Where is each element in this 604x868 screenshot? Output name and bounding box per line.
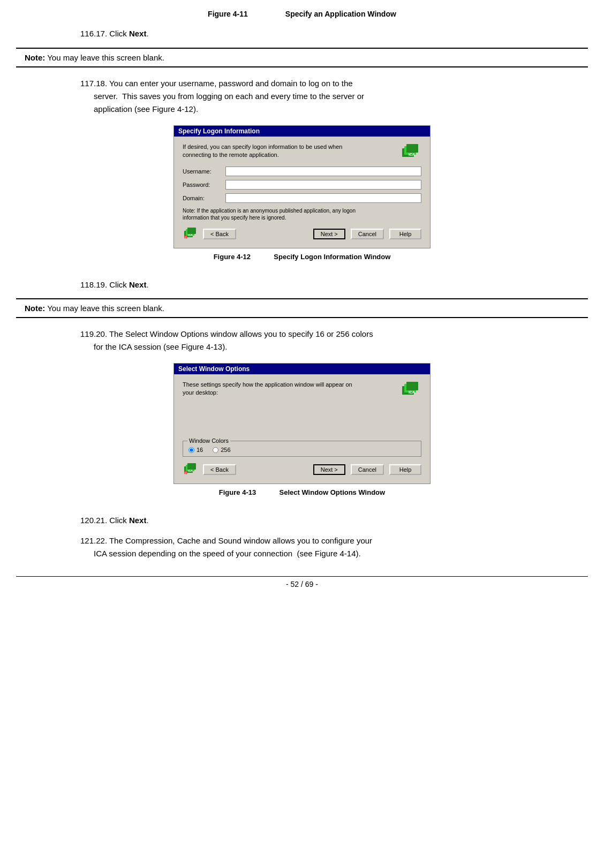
figure-413-caption: Figure 4-13 Select Window Options Window bbox=[219, 488, 385, 496]
group-box-title: Window Colors bbox=[187, 437, 230, 444]
window-colors-group: Window Colors 16 256 bbox=[183, 441, 421, 457]
figure-411-title: Specify an Application Window bbox=[285, 10, 396, 18]
step-117: 117.18. You can enter your username, pas… bbox=[80, 77, 588, 116]
svg-text:ICA: ICA bbox=[409, 153, 415, 156]
password-input[interactable] bbox=[225, 180, 421, 190]
help-button-select[interactable]: Help bbox=[389, 464, 421, 475]
password-label: Password: bbox=[183, 182, 225, 188]
select-window-titlebar: Select Window Options bbox=[174, 364, 430, 374]
radio-16[interactable] bbox=[188, 447, 194, 453]
username-label: Username: bbox=[183, 168, 225, 175]
radio-16-label: 16 bbox=[197, 447, 203, 453]
domain-input[interactable] bbox=[225, 193, 421, 203]
domain-row: Domain: bbox=[183, 193, 421, 203]
radio-256-label: 256 bbox=[221, 447, 230, 453]
back-button-select[interactable]: < Back bbox=[203, 464, 236, 475]
svg-text:ICA: ICA bbox=[409, 390, 415, 394]
step-116: 116.17. Click Next. bbox=[80, 28, 588, 40]
step-120: 120.21. Click Next. bbox=[80, 515, 588, 527]
ica-icon-bottom-2: ICA + bbox=[183, 462, 200, 477]
step-119: 119.20. The Select Window Options window… bbox=[80, 328, 588, 353]
help-button-logon[interactable]: Help bbox=[389, 229, 421, 239]
radio-256[interactable] bbox=[213, 447, 218, 453]
note-box-1: Note: You may leave this screen blank. bbox=[16, 48, 588, 67]
next-button-logon[interactable]: Next > bbox=[313, 229, 345, 239]
step-121: 121.22. The Compression, Cache and Sound… bbox=[80, 534, 588, 560]
logon-window-titlebar: Specify Logon Information bbox=[174, 126, 430, 137]
logon-window-wrapper: Specify Logon Information If desired, yo… bbox=[16, 125, 588, 269]
username-row: Username: bbox=[183, 167, 421, 176]
ica-icon-top-2: ICA bbox=[400, 381, 421, 400]
radio-16-item: 16 bbox=[188, 447, 203, 453]
step-118: 118.19. Click Next. bbox=[80, 279, 588, 291]
radio-256-item: 256 bbox=[213, 447, 230, 453]
select-window-body: These settings specify how the applicati… bbox=[174, 374, 430, 484]
back-button-logon[interactable]: < Back bbox=[203, 229, 236, 239]
select-window-screenshot: Select Window Options These settings spe… bbox=[173, 363, 431, 484]
select-window-description: These settings specify how the applicati… bbox=[183, 381, 352, 397]
logon-window-body: If desired, you can specify logon inform… bbox=[174, 137, 430, 248]
domain-label: Domain: bbox=[183, 195, 225, 201]
password-row: Password: bbox=[183, 180, 421, 190]
svg-text:ICA: ICA bbox=[188, 469, 193, 472]
logon-btn-row: ICA + < Back Next > Cancel Help bbox=[183, 227, 421, 241]
svg-rect-13 bbox=[406, 382, 418, 390]
select-window-wrapper: Select Window Options These settings spe… bbox=[16, 363, 588, 505]
next-button-select[interactable]: Next > bbox=[313, 464, 345, 475]
svg-text:ICA: ICA bbox=[188, 233, 193, 237]
ica-icon-bottom: ICA + bbox=[183, 227, 200, 241]
username-input[interactable] bbox=[225, 167, 421, 176]
figure-411-label: Figure 4-11 bbox=[208, 10, 248, 18]
figure-412-caption: Figure 4-12 Specify Logon Information Wi… bbox=[214, 253, 391, 261]
note-box-2: Note: You may leave this screen blank. bbox=[16, 298, 588, 318]
page-footer: - 52 / 69 - bbox=[16, 576, 588, 588]
empty-space bbox=[183, 404, 421, 436]
select-btn-row: ICA + < Back Next > Cancel Help bbox=[183, 462, 421, 477]
logon-description: If desired, you can specify logon inform… bbox=[183, 143, 342, 160]
radio-row: 16 256 bbox=[188, 447, 416, 453]
ica-icon-top: ICA bbox=[400, 143, 421, 162]
cancel-button-select[interactable]: Cancel bbox=[351, 464, 384, 475]
logon-window-note: Note: If the application is an anonymous… bbox=[183, 207, 421, 221]
svg-rect-2 bbox=[406, 144, 418, 153]
cancel-button-logon[interactable]: Cancel bbox=[351, 229, 384, 239]
logon-window-screenshot: Specify Logon Information If desired, yo… bbox=[173, 125, 431, 248]
figure-411-header: Figure 4-11 Specify an Application Windo… bbox=[16, 10, 588, 18]
